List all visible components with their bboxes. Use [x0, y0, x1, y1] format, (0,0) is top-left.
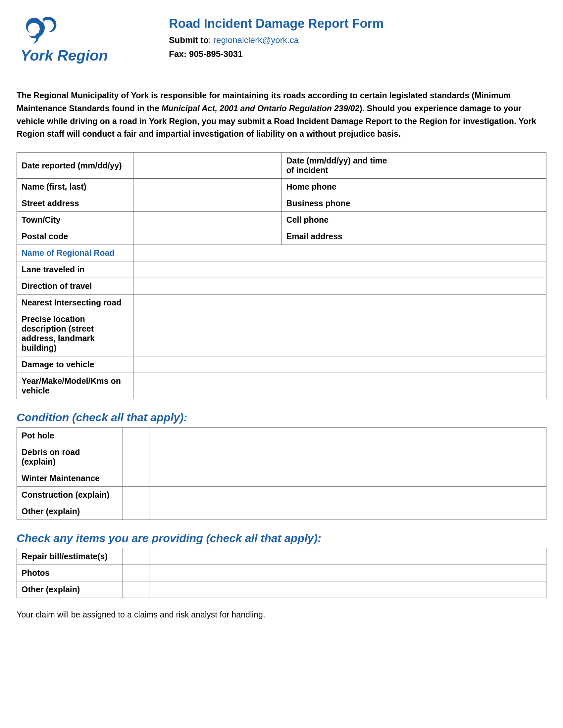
year-make-label: Year/Make/Model/Kms on vehicle [17, 373, 133, 399]
nearest-road-value[interactable] [133, 295, 546, 311]
damage-vehicle-label: Damage to vehicle [17, 356, 133, 373]
town-city-value[interactable] [133, 212, 282, 228]
table-row: Photos [17, 565, 546, 581]
table-row: Nearest Intersecting road [17, 295, 546, 311]
regional-road-value[interactable] [133, 245, 546, 261]
email-address-value[interactable] [398, 228, 546, 245]
providing-section-heading: Check any items you are providing (check… [17, 532, 546, 545]
cell-phone-label: Cell phone [282, 212, 398, 228]
postal-code-value[interactable] [133, 228, 282, 245]
winter-maintenance-check[interactable] [123, 470, 149, 487]
intro-paragraph: The Regional Municipality of York is res… [17, 89, 546, 140]
other-condition-check[interactable] [123, 503, 149, 520]
nearest-road-label: Nearest Intersecting road [17, 295, 133, 311]
submit-email[interactable]: regionalclerk@york.ca [213, 35, 299, 45]
debris-check[interactable] [123, 444, 149, 470]
other-condition-value[interactable] [149, 503, 546, 520]
table-row: Construction (explain) [17, 487, 546, 503]
other-providing-check[interactable] [123, 581, 149, 598]
table-row: Postal code Email address [17, 228, 546, 245]
table-row: Name of Regional Road [17, 245, 546, 261]
submit-label: Submit to [169, 35, 209, 45]
table-row: Pot hole [17, 428, 546, 444]
table-row: Date reported (mm/dd/yy) Date (mm/dd/yy)… [17, 153, 546, 179]
town-city-label: Town/City [17, 212, 133, 228]
condition-section-heading: Condition (check all that apply): [17, 411, 546, 424]
postal-code-label: Postal code [17, 228, 133, 245]
winter-maintenance-label: Winter Maintenance [17, 470, 123, 487]
repair-bill-check[interactable] [123, 548, 149, 565]
email-address-label: Email address [282, 228, 398, 245]
lane-traveled-label: Lane traveled in [17, 261, 133, 278]
direction-value[interactable] [133, 278, 546, 295]
photos-label: Photos [17, 565, 123, 581]
precise-location-label: Precise location description (street add… [17, 311, 133, 356]
main-form-table: Date reported (mm/dd/yy) Date (mm/dd/yy)… [17, 152, 546, 399]
date-reported-label: Date reported (mm/dd/yy) [17, 153, 133, 179]
providing-table: Repair bill/estimate(s) Photos Other (ex… [17, 548, 546, 598]
pot-hole-check[interactable] [123, 428, 149, 444]
table-row: Damage to vehicle [17, 356, 546, 373]
winter-maintenance-value[interactable] [149, 470, 546, 487]
table-row: Year/Make/Model/Kms on vehicle [17, 373, 546, 399]
footer-text: Your claim will be assigned to a claims … [17, 610, 546, 619]
damage-vehicle-value[interactable] [133, 356, 546, 373]
home-phone-label: Home phone [282, 179, 398, 195]
table-row: Lane traveled in [17, 261, 546, 278]
name-label: Name (first, last) [17, 179, 133, 195]
other-condition-label: Other (explain) [17, 503, 123, 520]
photos-check[interactable] [123, 565, 149, 581]
repair-bill-label: Repair bill/estimate(s) [17, 548, 123, 565]
pot-hole-label: Pot hole [17, 428, 123, 444]
page-header: York Region Road Incident Damage Report … [17, 13, 546, 78]
street-address-value[interactable] [133, 195, 282, 212]
table-row: Repair bill/estimate(s) [17, 548, 546, 565]
debris-value[interactable] [149, 444, 546, 470]
submit-info: Submit to: regionalclerk@york.ca Fax: 90… [169, 33, 546, 61]
form-title: Road Incident Damage Report Form [169, 17, 546, 31]
table-row: Other (explain) [17, 581, 546, 598]
business-phone-value[interactable] [398, 195, 546, 212]
street-address-label: Street address [17, 195, 133, 212]
other-providing-label: Other (explain) [17, 581, 123, 598]
svg-text:York Region: York Region [21, 47, 108, 64]
date-incident-value[interactable] [398, 153, 546, 179]
table-row: Winter Maintenance [17, 470, 546, 487]
photos-value[interactable] [149, 565, 546, 581]
table-row: Name (first, last) Home phone [17, 179, 546, 195]
table-row: Debris on road(explain) [17, 444, 546, 470]
fax-number: 905-895-3031 [189, 49, 243, 59]
direction-label: Direction of travel [17, 278, 133, 295]
date-incident-label: Date (mm/dd/yy) and time of incident [282, 153, 398, 179]
business-phone-label: Business phone [282, 195, 398, 212]
construction-value[interactable] [149, 487, 546, 503]
pot-hole-value[interactable] [149, 428, 546, 444]
home-phone-value[interactable] [398, 179, 546, 195]
precise-location-value[interactable] [133, 311, 546, 356]
fax-label: Fax: [169, 49, 186, 59]
debris-label: Debris on road(explain) [17, 444, 123, 470]
table-row: Other (explain) [17, 503, 546, 520]
year-make-value[interactable] [133, 373, 546, 399]
logo-area: York Region [17, 13, 156, 78]
lane-traveled-value[interactable] [133, 261, 546, 278]
name-value[interactable] [133, 179, 282, 195]
cell-phone-value[interactable] [398, 212, 546, 228]
table-row: Street address Business phone [17, 195, 546, 212]
regional-road-label: Name of Regional Road [17, 245, 133, 261]
york-region-logo: York Region [17, 13, 142, 76]
table-row: Direction of travel [17, 278, 546, 295]
construction-label: Construction (explain) [17, 487, 123, 503]
title-area: Road Incident Damage Report Form Submit … [156, 13, 546, 61]
construction-check[interactable] [123, 487, 149, 503]
date-reported-value[interactable] [133, 153, 282, 179]
repair-bill-value[interactable] [149, 548, 546, 565]
table-row: Town/City Cell phone [17, 212, 546, 228]
other-providing-value[interactable] [149, 581, 546, 598]
condition-table: Pot hole Debris on road(explain) Winter … [17, 427, 546, 520]
table-row: Precise location description (street add… [17, 311, 546, 356]
